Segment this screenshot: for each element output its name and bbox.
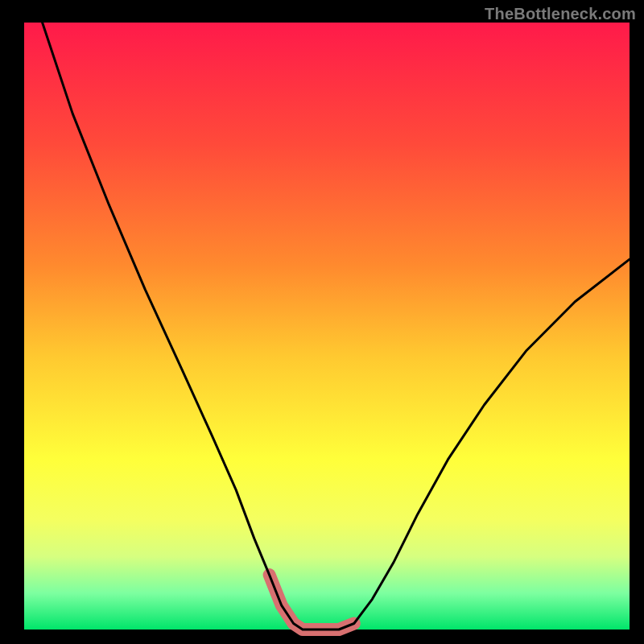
bottleneck-chart: [0, 0, 644, 644]
chart-frame: TheBottleneck.com: [0, 0, 644, 644]
watermark-text: TheBottleneck.com: [485, 5, 636, 23]
plot-background: [24, 23, 630, 630]
